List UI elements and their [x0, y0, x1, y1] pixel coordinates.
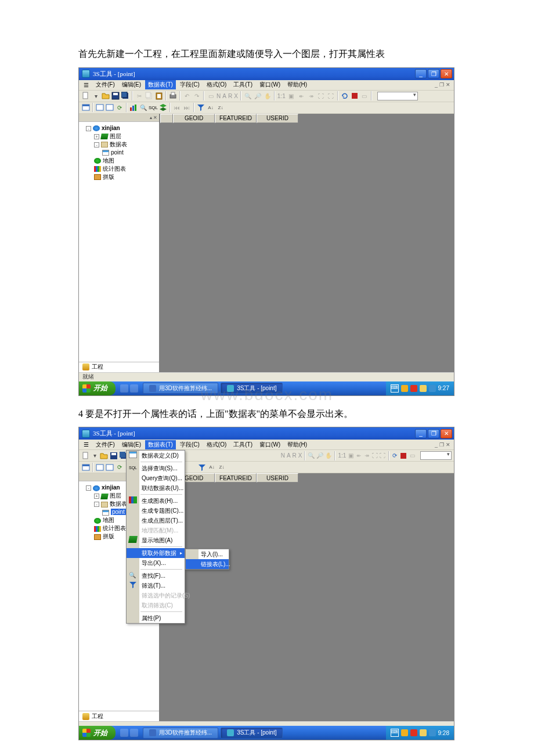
menu-item[interactable]: 导出(X)... [127, 558, 185, 568]
tool-n[interactable]: N [216, 93, 221, 99]
menu-edit[interactable]: 编辑(E) [119, 440, 144, 449]
full2-icon[interactable]: ⛶ [326, 91, 335, 100]
project-tree[interactable]: -xinjian +图层 -数据表 point 地图 统计图表 拼版 [79, 122, 159, 362]
first-icon[interactable]: ⏮ [172, 103, 182, 112]
child-max-icon[interactable]: ❐ [439, 82, 444, 88]
tree-map[interactable]: 地图 [103, 157, 114, 164]
tree-tables[interactable]: 数据表 [110, 501, 127, 507]
tree-charts[interactable]: 统计图表 [103, 525, 126, 531]
maximize-button[interactable]: ❐ [428, 69, 439, 78]
tree-charts[interactable]: 统计图表 [103, 165, 126, 172]
menu-item[interactable]: 生成图表(H)... [127, 496, 185, 506]
win-white-icon[interactable] [95, 103, 104, 112]
sortasc-icon[interactable]: A↓ [206, 103, 215, 112]
print-icon[interactable] [168, 91, 178, 100]
maximize-button[interactable]: ❐ [428, 429, 439, 438]
col-geoid[interactable]: GEOID [173, 114, 215, 123]
tool-x[interactable]: X [233, 93, 239, 99]
fit-icon[interactable]: ▣ [287, 91, 296, 100]
menu-file[interactable]: 文件(F) [93, 80, 118, 89]
zoomout-icon[interactable]: 🔎 [253, 91, 262, 100]
last-icon[interactable]: ⏭ [182, 103, 192, 112]
find-icon[interactable]: 🔍 [139, 103, 148, 112]
panel-pin-icon[interactable]: ▴ [150, 115, 152, 120]
pan-icon[interactable]: ✋ [263, 91, 272, 100]
task-word[interactable]: 用3D软件推算经纬... [143, 728, 218, 739]
tree-tables[interactable]: 数据表 [110, 141, 127, 147]
menu-window[interactable]: 窗口(W) [257, 80, 283, 89]
cut-icon[interactable]: ✂ [135, 91, 144, 100]
tree-tiles[interactable]: 拼版 [103, 174, 114, 180]
tray-shield-icon[interactable] [401, 385, 408, 392]
start-button[interactable]: 开始 [79, 726, 116, 740]
redo-icon[interactable]: ↷ [192, 91, 201, 100]
menu-field[interactable]: 字段(C) [177, 440, 203, 449]
minimize-button[interactable]: _ [415, 429, 427, 438]
task-3s[interactable]: 3S工具 - [point] [221, 383, 283, 394]
tree-layers[interactable]: 图层 [110, 492, 121, 499]
tray-lang-icon[interactable]: ⌨ [391, 384, 399, 393]
new-icon[interactable] [81, 91, 91, 100]
menu-format[interactable]: 格式(O) [204, 440, 229, 449]
task-3s[interactable]: 3S工具 - [point] [221, 728, 283, 739]
quick-launch[interactable] [116, 384, 143, 393]
dropdown-icon[interactable]: ▾ [91, 91, 100, 100]
submenu-item[interactable]: 链接表(L)... [186, 559, 229, 569]
undo-icon[interactable]: ↶ [182, 91, 192, 100]
tool-a[interactable]: A [222, 93, 227, 99]
submenu-item[interactable]: 导入(I)... [186, 549, 229, 559]
save-icon[interactable] [109, 451, 118, 460]
col-userid[interactable]: USERID [257, 114, 298, 123]
filter-icon[interactable] [196, 103, 205, 112]
menu-tool[interactable]: 工具(T) [230, 440, 255, 449]
tree-point-selected[interactable]: point [111, 509, 126, 515]
window-icon[interactable]: ▭ [360, 91, 369, 100]
menu-window[interactable]: 窗口(W) [257, 440, 283, 449]
win-white2-icon[interactable] [105, 103, 114, 112]
save-icon[interactable] [111, 91, 120, 100]
col-featureid[interactable]: FEATUREID [215, 473, 257, 483]
chart-icon[interactable] [129, 103, 138, 112]
fullext-icon[interactable]: ⛶ [316, 91, 326, 100]
menu-item[interactable]: 属性(P) [127, 613, 185, 623]
system-tray[interactable]: ⌨ 9:27 [386, 381, 454, 395]
reload-icon[interactable]: ⟳ [115, 103, 124, 112]
menu-item[interactable]: 显示地图(A) [127, 535, 185, 545]
dropdown-submenu-external[interactable]: 导入(I)...链接表(L)... [185, 549, 229, 570]
stop-icon[interactable] [350, 91, 359, 100]
new-icon[interactable] [81, 451, 91, 460]
next-icon[interactable]: ↠ [306, 91, 316, 100]
menu-item[interactable]: 查找(F)...🔍 [127, 571, 185, 581]
row-header[interactable] [160, 114, 173, 123]
tray-net-icon[interactable] [410, 385, 417, 392]
tree-root[interactable]: xinjian [102, 484, 120, 491]
copy-icon[interactable] [145, 91, 154, 100]
open-icon[interactable] [101, 91, 110, 100]
dropdown-table-menu[interactable]: 数据表定义(D)选择查询(S)...SQLQuery查询(Q)...联结数据表(… [126, 450, 185, 624]
minimize-button[interactable]: _ [415, 69, 427, 78]
tree-point[interactable]: point [111, 149, 124, 156]
start-button[interactable]: 开始 [79, 381, 116, 395]
menu-item[interactable]: 联结数据表(U)... [127, 483, 185, 493]
stop-icon[interactable] [399, 451, 408, 460]
filter-icon[interactable] [197, 463, 207, 472]
menu-help[interactable]: 帮助(H) [284, 80, 310, 89]
sql-icon[interactable]: SQL [149, 103, 158, 112]
menu-edit[interactable]: 编辑(E) [119, 80, 144, 89]
prev-icon[interactable]: ↞ [297, 91, 306, 100]
close-button[interactable]: ✕ [441, 69, 452, 78]
tray-vol-icon[interactable] [420, 385, 427, 392]
child-close-icon[interactable]: ✕ [446, 82, 450, 88]
menu-tool[interactable]: 工具(T) [230, 80, 255, 89]
refresh-icon[interactable]: ⟳ [391, 451, 399, 460]
refresh-icon[interactable] [340, 91, 349, 100]
child-close-icon[interactable]: ✕ [446, 442, 450, 448]
menu-field[interactable]: 字段(C) [177, 80, 203, 89]
task-word[interactable]: 用3D软件推算经纬... [143, 383, 218, 394]
pointer-icon[interactable]: ▭ [206, 91, 215, 100]
menu-file[interactable]: 文件(F) [93, 440, 118, 449]
child-min-icon[interactable]: _ [435, 442, 438, 448]
paste-icon[interactable] [154, 91, 164, 100]
tray-msg-icon[interactable] [429, 385, 436, 392]
menu-item[interactable]: 获取外部数据▸ [127, 548, 185, 558]
